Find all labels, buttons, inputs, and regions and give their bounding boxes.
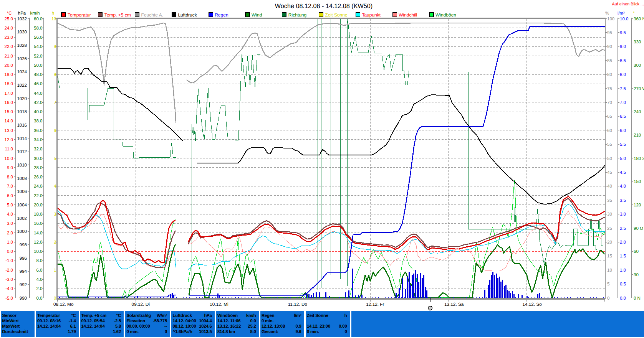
svg-text:09.12. 08:16: 09.12. 08:16 — [37, 319, 61, 323]
svg-text:20.0: 20.0 — [5, 63, 13, 68]
svg-text:18.0: 18.0 — [34, 212, 42, 217]
svg-text:120: 120 — [634, 203, 641, 208]
svg-text:0 min.: 0 min. — [127, 330, 139, 334]
svg-text:270 W: 270 W — [634, 87, 644, 91]
svg-text:km/h: km/h — [246, 313, 256, 318]
svg-text:52.0: 52.0 — [34, 54, 42, 59]
svg-text:1.62: 1.62 — [113, 330, 121, 334]
svg-text:9.0: 9.0 — [620, 45, 626, 49]
svg-text:85: 85 — [607, 59, 612, 63]
svg-text:210: 210 — [634, 133, 641, 138]
svg-text:1004.4: 1004.4 — [199, 319, 212, 323]
svg-text:28.0: 28.0 — [34, 166, 42, 170]
svg-text:hPa: hPa — [204, 313, 212, 318]
svg-text:5.8: 5.8 — [115, 324, 121, 329]
svg-text:32.0: 32.0 — [34, 147, 42, 152]
svg-text:5: 5 — [607, 282, 609, 287]
svg-text:60.0: 60.0 — [34, 17, 42, 21]
svg-text:35: 35 — [607, 198, 612, 203]
svg-text:09.12. Di: 09.12. Di — [132, 302, 150, 307]
svg-text:60: 60 — [607, 129, 612, 133]
svg-text:Zeit Sonne: Zeit Sonne — [325, 12, 348, 18]
svg-text:Luftdruck: Luftdruck — [178, 12, 197, 18]
svg-text:7.5: 7.5 — [620, 87, 626, 91]
svg-text:54.0: 54.0 — [34, 45, 42, 49]
svg-text:°: ° — [633, 11, 635, 16]
svg-text:8: 8 — [54, 73, 56, 77]
svg-text:2.0: 2.0 — [7, 231, 13, 236]
svg-text:Feuchte A.: Feuchte A. — [141, 12, 163, 18]
svg-text:58.0: 58.0 — [34, 26, 42, 31]
svg-text:Regen: Regen — [262, 313, 275, 318]
svg-text:30: 30 — [607, 212, 612, 217]
svg-text:1008: 1008 — [17, 176, 27, 181]
svg-text:0: 0 — [607, 296, 609, 301]
svg-text:150: 150 — [634, 180, 641, 184]
svg-text:50.0: 50.0 — [34, 63, 42, 68]
svg-text:4.0: 4.0 — [7, 212, 13, 217]
svg-text:1.0: 1.0 — [620, 268, 626, 273]
svg-text:10.12. Mi: 10.12. Mi — [210, 302, 228, 307]
svg-text:8.0: 8.0 — [36, 259, 43, 263]
svg-text:1: 1 — [54, 268, 56, 273]
svg-text:36.0: 36.0 — [34, 129, 42, 133]
svg-text:1032: 1032 — [17, 17, 27, 21]
svg-text:0: 0 — [54, 296, 56, 301]
svg-text:4: 4 — [54, 184, 56, 189]
svg-text:13.0: 13.0 — [5, 129, 13, 133]
svg-text:Windböen: Windböen — [435, 12, 456, 18]
svg-text:5.0: 5.0 — [250, 330, 256, 334]
svg-text:5.0: 5.0 — [7, 203, 13, 208]
svg-text:MaxWert: MaxWert — [2, 324, 20, 329]
svg-text:1024: 1024 — [17, 70, 27, 74]
svg-text:9: 9 — [54, 45, 56, 49]
svg-text:0: 0 — [165, 330, 167, 334]
svg-text:300: 300 — [634, 63, 641, 68]
svg-text:1013.5: 1013.5 — [199, 330, 212, 334]
svg-text:08.12. 10:00: 08.12. 10:00 — [173, 324, 196, 329]
svg-text:25.0: 25.0 — [5, 17, 13, 21]
svg-text:17.0: 17.0 — [5, 91, 13, 96]
svg-text:08.12. Mo: 08.12. Mo — [53, 302, 74, 307]
svg-text:9.0: 9.0 — [7, 166, 13, 170]
svg-text:0.9: 0.9 — [295, 324, 301, 329]
svg-text:1002: 1002 — [17, 216, 27, 221]
svg-text:30.0: 30.0 — [34, 157, 42, 161]
svg-text:0: 0 — [344, 330, 347, 334]
svg-text:0.0: 0.0 — [620, 296, 626, 301]
svg-text:8.5: 8.5 — [620, 59, 626, 63]
svg-text:h: h — [344, 313, 347, 318]
svg-text:18.0: 18.0 — [5, 82, 13, 86]
svg-text:1022: 1022 — [17, 83, 27, 88]
svg-text:-1.4: -1.4 — [69, 319, 76, 323]
svg-text:12.12. 13:08: 12.12. 13:08 — [262, 324, 285, 329]
svg-text:42.0: 42.0 — [34, 101, 42, 105]
svg-text:0 min.: 0 min. — [262, 319, 274, 323]
svg-text:4.5: 4.5 — [620, 170, 626, 175]
svg-text:l/m²: l/m² — [618, 11, 625, 16]
svg-text:1.0: 1.0 — [7, 240, 13, 245]
svg-text:00.00. 00:00: 00.00. 00:00 — [127, 324, 150, 329]
svg-text:15: 15 — [607, 254, 612, 259]
svg-text:1006: 1006 — [17, 190, 27, 194]
svg-text:70: 70 — [607, 101, 612, 105]
svg-text:50: 50 — [607, 157, 612, 161]
svg-text:--: -- — [164, 324, 167, 329]
svg-text:09.12. 05:54: 09.12. 05:54 — [81, 319, 105, 323]
svg-text:1012: 1012 — [17, 150, 27, 154]
svg-text:240: 240 — [634, 110, 641, 114]
svg-text:34.0: 34.0 — [34, 138, 42, 142]
svg-text:30: 30 — [634, 273, 639, 277]
svg-text:0.00: 0.00 — [339, 324, 347, 329]
svg-text:14.12. So: 14.12. So — [522, 302, 542, 307]
svg-text:4.0: 4.0 — [36, 277, 43, 282]
svg-text:1026: 1026 — [17, 57, 27, 61]
svg-text:0 min.: 0 min. — [307, 330, 319, 334]
svg-text:km/h: km/h — [30, 11, 40, 16]
svg-text:1016: 1016 — [17, 123, 27, 128]
svg-text:MinWert: MinWert — [2, 319, 19, 323]
svg-text:14.12. 23:00: 14.12. 23:00 — [307, 324, 330, 329]
svg-text:2: 2 — [54, 240, 56, 245]
svg-text:21.0: 21.0 — [5, 54, 13, 59]
svg-text:25: 25 — [607, 226, 612, 231]
